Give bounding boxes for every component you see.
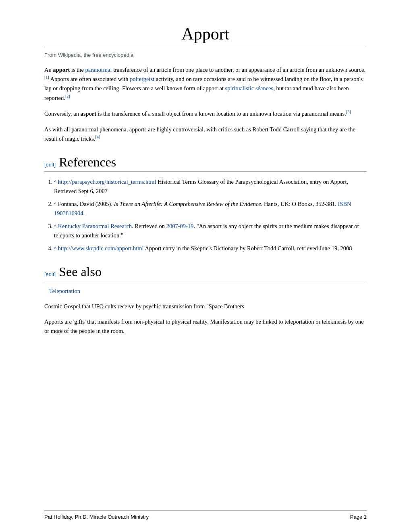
ref2-link[interactable]: [2] xyxy=(65,94,70,98)
see-also-item-teleportation: Teleportation xyxy=(49,287,367,296)
page-title: Apport xyxy=(44,24,367,44)
bold-apport: apport xyxy=(53,66,70,73)
references-divider xyxy=(44,171,367,172)
kentucky-link[interactable]: Kentucky Paranormal Research xyxy=(58,223,132,229)
poltergeist-link[interactable]: poltergeist xyxy=(130,76,154,82)
footer-right: Page 1 xyxy=(350,514,367,520)
date-0919-link[interactable]: 09-19 xyxy=(180,223,194,229)
title-divider xyxy=(44,47,367,47)
see-also-edit-anchor[interactable]: [edit] xyxy=(44,271,56,277)
ref4-link[interactable]: [4] xyxy=(95,135,100,139)
ref1-arrow[interactable]: ^ xyxy=(54,179,56,185)
wiki-source: From Wikipedia, the free encyclopedia xyxy=(44,52,367,58)
references-heading: References xyxy=(59,155,116,170)
spiritualistic-link[interactable]: spiritualistic xyxy=(225,85,254,91)
seances-link[interactable]: séances xyxy=(255,85,273,91)
ref1-url-link[interactable]: http://parapsych.org/historical_terms.ht… xyxy=(58,179,156,185)
ref1-link[interactable]: [1] xyxy=(44,75,49,79)
reference-item-3: ^ Kentucky Paranormal Research. Retrieve… xyxy=(54,222,367,240)
ref2-text: Fontana, David (2005). Is There an After… xyxy=(54,201,351,216)
see-also-list: Teleportation xyxy=(49,287,367,296)
page-footer: Pat Holliday, Ph.D. Miracle Outreach Min… xyxy=(44,510,367,520)
reference-item-1: ^ http://parapsych.org/historical_terms.… xyxy=(54,177,367,195)
ref3-arrow[interactable]: ^ xyxy=(54,223,56,229)
extra-text-2: Apports are 'gifts' that manifests from … xyxy=(44,317,367,336)
bold-asport: asport xyxy=(81,110,96,117)
references-heading-container: [edit] References xyxy=(44,155,367,170)
intro-paragraph-3: As with all paranormal phenomena, apport… xyxy=(44,125,367,143)
ref2-arrow[interactable]: ^ xyxy=(54,201,56,207)
paranormal-link[interactable]: paranormal xyxy=(85,66,112,73)
references-edit-anchor[interactable]: [edit] xyxy=(44,162,56,168)
ref3-text: Kentucky Paranormal Research. Retrieved … xyxy=(54,223,359,238)
references-edit-link[interactable]: [edit] xyxy=(44,162,56,168)
reference-item-4: ^ http://www.skepdic.com/apport.html App… xyxy=(54,244,367,253)
references-list: ^ http://parapsych.org/historical_terms.… xyxy=(54,177,367,253)
page-container: Apport From Wikipedia, the free encyclop… xyxy=(0,0,411,532)
ref3-link[interactable]: [3] xyxy=(346,110,351,114)
ref4-arrow[interactable]: ^ xyxy=(54,245,56,251)
see-also-heading-container: [edit] See also xyxy=(44,264,367,279)
ref4-url-link[interactable]: http://www.skepdic.com/apport.html xyxy=(58,245,144,251)
extra-text-1: Cosmic Gospel that UFO cults receive by … xyxy=(44,302,367,311)
ref4-text: http://www.skepdic.com/apport.html Appor… xyxy=(58,245,352,251)
footer-left: Pat Holliday, Ph.D. Miracle Outreach Min… xyxy=(44,514,149,520)
intro-paragraph-1: An apport is the paranormal transference… xyxy=(44,65,367,103)
see-also-edit-link[interactable]: [edit] xyxy=(44,271,56,277)
date-2007-link[interactable]: 2007 xyxy=(166,223,178,229)
see-also-heading: See also xyxy=(59,264,102,279)
intro-paragraph-2: Conversely, an asport is the transferenc… xyxy=(44,109,367,118)
ref2-italic: Is There an Afterlife: A Comprehensive R… xyxy=(114,201,261,207)
reference-item-2: ^ Fontana, David (2005). Is There an Aft… xyxy=(54,200,367,218)
teleportation-link[interactable]: Teleportation xyxy=(49,288,80,294)
see-also-divider xyxy=(44,281,367,281)
